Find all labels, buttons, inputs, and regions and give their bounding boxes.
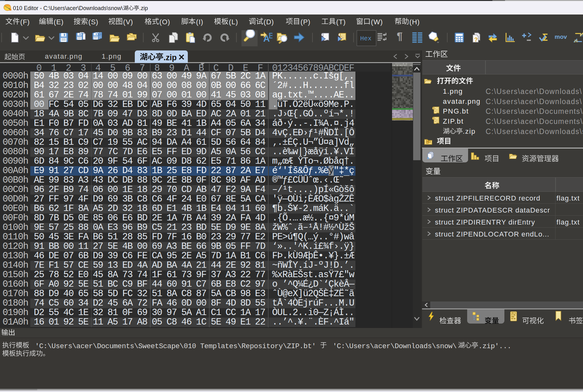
svg-text:10: 10 xyxy=(580,33,583,37)
svg-text:16: 16 xyxy=(574,39,578,43)
svg-text:B: B xyxy=(269,31,272,40)
svg-text:?: ? xyxy=(474,37,478,43)
